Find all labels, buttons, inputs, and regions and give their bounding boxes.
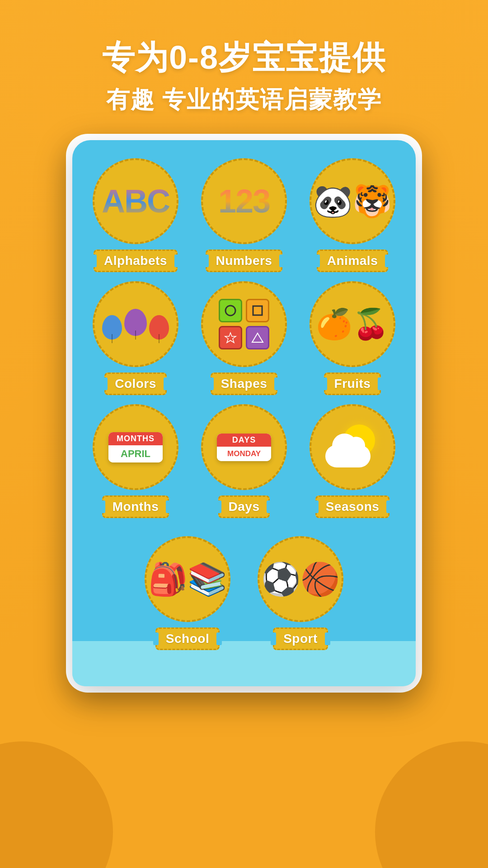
category-grid-row4: 🎒📚 School ⚽🏀 Sport <box>86 536 402 650</box>
days-icon: DAYS MONDAY <box>201 404 287 490</box>
category-grid-row2: Colors <box>86 281 402 395</box>
category-days[interactable]: DAYS MONDAY Days <box>194 404 294 518</box>
title-sub: 有趣 专业的英语启蒙教学 <box>106 84 382 116</box>
header-section: 专为0-8岁宝宝提供 有趣 专业的英语启蒙教学 <box>0 0 488 134</box>
category-animals[interactable]: 🐼🐯 Animals <box>303 158 402 272</box>
colors-label: Colors <box>104 373 167 395</box>
category-sport[interactable]: ⚽🏀 Sport <box>258 536 343 650</box>
title-main: 专为0-8岁宝宝提供 <box>102 36 386 80</box>
main-card-wrapper: ABC Alphabets 123 Numbers 🐼🐯 Animals <box>66 134 422 693</box>
svg-marker-3 <box>252 333 263 342</box>
svg-point-0 <box>225 306 235 316</box>
shape-star <box>219 326 242 349</box>
bottom-circle-right <box>375 741 488 868</box>
main-card: ABC Alphabets 123 Numbers 🐼🐯 Animals <box>72 140 416 686</box>
sport-icon: ⚽🏀 <box>258 536 343 622</box>
fruits-icon: 🍊🍒 <box>310 281 395 367</box>
numbers-label: Numbers <box>206 250 283 272</box>
balloon-purple <box>124 309 147 336</box>
seasons-label: Seasons <box>315 495 390 518</box>
colors-icon <box>93 281 178 367</box>
shapes-icon <box>201 281 287 367</box>
school-label: School <box>155 627 220 650</box>
svg-marker-2 <box>225 333 236 343</box>
animals-label: Animals <box>317 250 388 272</box>
animals-icon: 🐼🐯 <box>310 158 395 244</box>
category-grid-row1: ABC Alphabets 123 Numbers 🐼🐯 Animals <box>86 158 402 272</box>
category-shapes[interactable]: Shapes <box>194 281 294 395</box>
category-months[interactable]: MONTHS APRIL Months <box>86 404 185 518</box>
balloon-red <box>149 315 169 340</box>
school-icon: 🎒📚 <box>145 536 230 622</box>
category-colors[interactable]: Colors <box>86 281 185 395</box>
fruits-label: Fruits <box>324 373 381 395</box>
shapes-label: Shapes <box>211 373 278 395</box>
alphabets-icon: ABC <box>93 158 178 244</box>
category-alphabets[interactable]: ABC Alphabets <box>86 158 185 272</box>
shape-circle <box>219 299 242 322</box>
category-school[interactable]: 🎒📚 School <box>145 536 230 650</box>
cloud-icon <box>325 445 371 467</box>
category-fruits[interactable]: 🍊🍒 Fruits <box>303 281 402 395</box>
category-numbers[interactable]: 123 Numbers <box>194 158 294 272</box>
months-icon: MONTHS APRIL <box>93 404 178 490</box>
category-grid-row3: MONTHS APRIL Months DAYS MONDAY <box>86 404 402 518</box>
days-label: Days <box>218 495 270 518</box>
shape-square <box>246 299 269 322</box>
seasons-icon <box>310 404 395 490</box>
bottom-circle-left <box>0 741 113 868</box>
alphabets-label: Alphabets <box>94 250 178 272</box>
category-seasons[interactable]: Seasons <box>303 404 402 518</box>
shape-triangle <box>246 326 269 349</box>
months-label: Months <box>102 495 169 518</box>
sport-label: Sport <box>273 627 328 650</box>
numbers-icon: 123 <box>201 158 287 244</box>
balloon-blue <box>102 315 122 340</box>
svg-rect-1 <box>253 306 262 315</box>
